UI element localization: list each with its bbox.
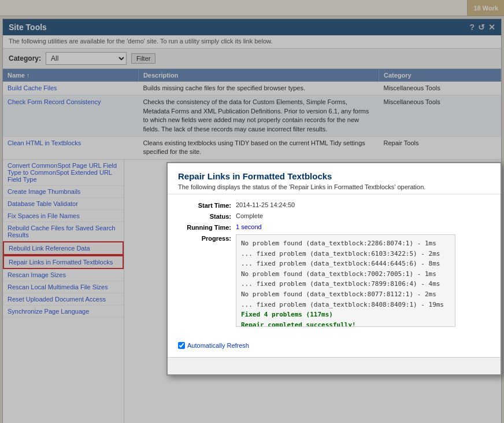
progress-line: No problem found (data_textblock:7002:70…	[241, 269, 450, 279]
start-time-row: Start Time: 2014-11-25 14:24:50	[178, 201, 490, 209]
progress-line: No problem found (data_textblock:8077:81…	[241, 289, 450, 300]
auto-refresh-label[interactable]: Automatically Refresh	[187, 342, 249, 349]
modal-body: Start Time: 2014-11-25 14:24:50 Status: …	[168, 194, 501, 337]
status-value: Complete	[236, 212, 263, 219]
progress-line: No problem found (data_textblock:2286:80…	[241, 238, 450, 249]
status-row: Status: Complete	[178, 212, 490, 220]
modal-title-area: Repair Links in Formatted Textblocks The…	[168, 163, 501, 194]
progress-line: Repair completed successfully!	[241, 320, 450, 327]
start-time-value: 2014-11-25 14:24:50	[236, 201, 295, 208]
running-time-value: 1 second	[236, 223, 262, 230]
progress-label: Progress:	[178, 234, 236, 242]
modal-box: Repair Links in Formatted Textblocks The…	[166, 162, 502, 376]
modal-heading: Repair Links in Formatted Textblocks	[178, 171, 490, 181]
modal-overlay: Repair Links in Formatted Textblocks The…	[0, 0, 504, 423]
modal-bottom-bar	[168, 357, 501, 374]
progress-box[interactable]: No problem found (data_textblock:2286:80…	[236, 234, 455, 327]
status-label: Status:	[178, 212, 236, 220]
progress-line: Fixed 4 problems (117ms)	[241, 310, 450, 320]
progress-line: ... fixed problem (data_textblock:6444:6…	[241, 259, 450, 269]
progress-row: Progress: No problem found (data_textblo…	[178, 234, 490, 327]
progress-line: ... fixed problem (data_textblock:7899:8…	[241, 279, 450, 289]
running-time-label: Running Time:	[178, 223, 236, 231]
progress-line: ... fixed problem (data_textblock:6103:3…	[241, 249, 450, 259]
auto-refresh-container: Automatically Refresh	[178, 342, 249, 349]
modal-subtitle: The following displays the status of the…	[178, 183, 490, 190]
running-time-row: Running Time: 1 second	[178, 223, 490, 231]
auto-refresh-checkbox[interactable]	[178, 342, 185, 349]
modal-footer: Automatically Refresh	[168, 337, 501, 357]
progress-line: ... fixed problem (data_textblock:8408:8…	[241, 300, 450, 310]
start-time-label: Start Time:	[178, 201, 236, 209]
